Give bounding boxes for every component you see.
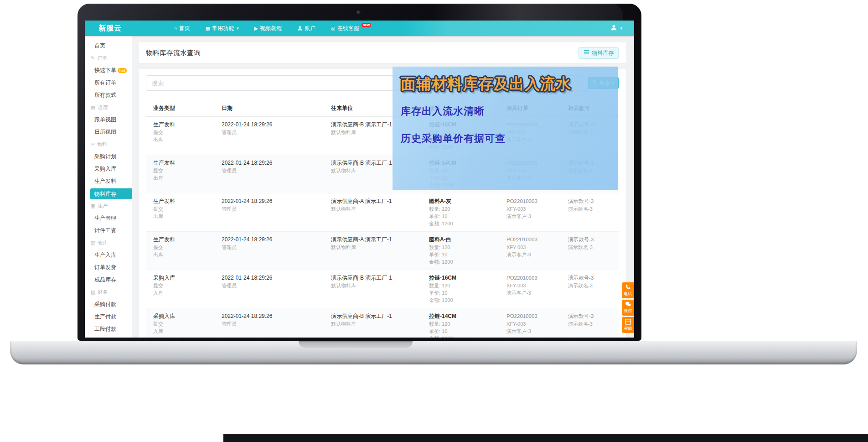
sidebar-item-label: 生产付款 xyxy=(94,313,116,321)
table-header: 业务类型日期往来单位物料相关订单相关款号 xyxy=(146,101,619,117)
column-header: 日期 xyxy=(222,104,331,112)
float-button-电话[interactable]: 电话 xyxy=(622,282,634,298)
nav-item-账户[interactable]: 账户 xyxy=(297,25,315,32)
sidebar-item-跟单视图[interactable]: 跟单视图 xyxy=(85,114,132,126)
style-name: 演示款名-3 xyxy=(568,244,619,251)
table-body: 生产发料提交出库2022-01-24 18:29:26管理员演示供应商-B 演示… xyxy=(146,117,619,338)
sidebar-item-label: 采购入库 xyxy=(94,165,116,173)
column-header: 物料 xyxy=(429,104,506,112)
table-row[interactable]: 生产发料提交出库2022-01-24 18:29:26管理员演示供应商-B 演示… xyxy=(146,117,619,155)
nav-item-首页[interactable]: ⌂首页 xyxy=(174,25,190,32)
nav-item-在线客服[interactable]: ◎在线客服new xyxy=(331,25,371,32)
date-value: 2022-01-24 18:29:26 xyxy=(222,159,331,167)
user-menu[interactable]: ▾ xyxy=(610,24,622,33)
sidebar-item-所有款式[interactable]: 所有款式 xyxy=(85,89,132,101)
warehouse-name: 默认物料库 xyxy=(331,282,429,289)
partner-name: 演示供应商-B 演示工厂-1 xyxy=(331,121,429,129)
customer-name: 演示客户-3 xyxy=(506,328,568,335)
column-header: 相关订单 xyxy=(506,104,568,112)
submit-status: 提交 xyxy=(153,244,222,251)
style-name: 演示款名-3 xyxy=(568,320,619,328)
app-body: 首页✎订单快速下单hot所有订单所有款式▤进度跟单视图日历视图✂物料采购计划采购… xyxy=(85,36,634,338)
order-number: PO22010003 xyxy=(506,274,568,282)
table-row[interactable]: 采购入库提交入库2022-01-24 18:29:26管理员演示供应商-B 演示… xyxy=(146,270,619,308)
chevron-down-icon: ▾ xyxy=(237,26,239,31)
customer-name: 演示客户-3 xyxy=(506,136,568,143)
cell-related-order: PO22010003XFY-003演示客户-3 xyxy=(506,159,568,189)
cell-related-style: 演示款号-3演示款名-3 xyxy=(568,159,619,189)
submit-status: 提交 xyxy=(153,167,222,174)
cell-material: 拉链-14CM数量: 120单价: 10金额: 1200 xyxy=(429,312,506,338)
sidebar-item-生产付款[interactable]: 生产付款 xyxy=(85,311,132,323)
float-button-label: 微信 xyxy=(624,308,632,314)
brand-logo[interactable]: 新服云 xyxy=(98,24,122,33)
sidebar-section-财务: ▧财务 xyxy=(85,286,132,298)
sidebar-item-生产入库[interactable]: 生产入库 xyxy=(85,249,132,261)
table-row[interactable]: 生产发料提交出库2022-01-24 18:29:26管理员演示供应商-A 演示… xyxy=(146,232,619,270)
table-row[interactable]: 采购入库提交入库2022-01-24 18:29:26管理员演示供应商-B 演示… xyxy=(146,308,619,338)
sidebar-item-所有订单[interactable]: 所有订单 xyxy=(85,77,132,89)
warehouse-name: 默认物料库 xyxy=(331,205,429,213)
direction: 出库 xyxy=(153,251,222,258)
style-number: 演示款号-3 xyxy=(568,312,619,320)
cell-business-type: 生产发料提交出库 xyxy=(153,198,222,227)
progress-icon: ▤ xyxy=(91,105,95,110)
date-value: 2022-01-24 18:29:26 xyxy=(222,312,331,320)
table-row[interactable]: 生产发料提交出库2022-01-24 18:29:26管理员演示供应商-A 演示… xyxy=(146,193,619,232)
date-value: 2022-01-24 18:29:26 xyxy=(222,198,331,205)
sidebar-item-首页[interactable]: 首页 xyxy=(85,40,132,52)
business-type: 采购入库 xyxy=(153,274,222,282)
sidebar-item-label: 物料库存 xyxy=(94,190,116,198)
float-button-微信[interactable]: 微信 xyxy=(622,300,634,316)
sidebar-item-工段付款[interactable]: 工段付款 xyxy=(85,323,132,335)
cell-date: 2022-01-24 18:29:26管理员 xyxy=(222,159,331,189)
warehouse-icon: ▥ xyxy=(91,240,95,245)
material-qty: 数量: 120 xyxy=(429,167,506,174)
style-name: 演示款名-3 xyxy=(568,282,619,289)
sidebar-section-label: 进度 xyxy=(98,104,108,111)
laptop-base xyxy=(10,341,857,364)
nav-item-常用功能[interactable]: ▦常用功能▾ xyxy=(206,25,239,32)
submit-status: 提交 xyxy=(153,205,222,213)
sidebar-item-label: 采购付款 xyxy=(94,301,116,308)
cell-related-order: PO22010003XFY-003演示客户-3 xyxy=(506,312,568,338)
sidebar-item-生产发料[interactable]: 生产发料 xyxy=(85,175,132,187)
title-bar: 物料库存流水查询 物料库存 xyxy=(139,42,626,63)
style-name: 演示款名-3 xyxy=(568,129,619,136)
search-input[interactable] xyxy=(146,75,583,91)
video-icon: ▶ xyxy=(254,26,258,31)
sidebar-item-成品库存[interactable]: 成品库存 xyxy=(85,274,132,286)
sidebar-item-label: 所有订单 xyxy=(94,79,116,87)
sidebar-item-日历视图[interactable]: 日历视图 xyxy=(85,126,132,138)
style-name: 演示款名-3 xyxy=(568,205,619,213)
sidebar-item-计件工资[interactable]: 计件工资 xyxy=(85,224,132,237)
direction: 入库 xyxy=(153,328,222,335)
material-price: 单价: 10 xyxy=(429,174,506,182)
material-qty: 数量: 120 xyxy=(429,320,506,328)
material-amount: 金额: 1200 xyxy=(429,296,506,304)
sidebar-item-label: 采购计划 xyxy=(94,153,116,161)
material-amount: 金额: 1200 xyxy=(429,335,506,338)
sidebar-item-快速下单[interactable]: 快速下单hot xyxy=(85,64,132,77)
operator: 管理员 xyxy=(222,320,331,328)
sidebar-item-采购入库[interactable]: 采购入库 xyxy=(85,163,132,175)
cell-related-order: PO22010003XFY-003演示客户-3 xyxy=(506,121,568,151)
top-navbar: 新服云 ⌂首页▦常用功能▾▶视频教程账户◎在线客服new ▾ xyxy=(85,21,634,36)
material-inventory-button[interactable]: 物料库存 xyxy=(579,47,619,59)
sidebar-item-采购计划[interactable]: 采购计划 xyxy=(85,151,132,163)
app-screen: 新服云 ⌂首页▦常用功能▾▶视频教程账户◎在线客服new ▾ 首页✎订单快速下单… xyxy=(85,21,634,338)
nav-item-视频教程[interactable]: ▶视频教程 xyxy=(254,25,282,32)
business-type: 采购入库 xyxy=(153,312,222,320)
sidebar-item-物料库存[interactable]: 物料库存 xyxy=(90,188,132,199)
sidebar-item-生产管理[interactable]: 生产管理 xyxy=(85,212,132,224)
sidebar-item-订单发货[interactable]: 订单发货 xyxy=(85,261,132,274)
sidebar-item-采购付款[interactable]: 采购付款 xyxy=(85,298,132,311)
style-number: 演示款号-3 xyxy=(568,236,619,244)
table-row[interactable]: 生产发料提交出库2022-01-24 18:29:26管理员演示供应商-B 演示… xyxy=(146,155,619,193)
grid-icon: ▦ xyxy=(206,26,210,31)
customer-name: 演示客户-3 xyxy=(506,251,568,258)
cell-date: 2022-01-24 18:29:26管理员 xyxy=(222,274,331,304)
search-button[interactable]: 搜索 ▾ xyxy=(588,77,619,89)
sidebar-item-label: 成品库存 xyxy=(94,276,116,284)
float-button-帮助[interactable]: 帮助 xyxy=(622,317,634,333)
